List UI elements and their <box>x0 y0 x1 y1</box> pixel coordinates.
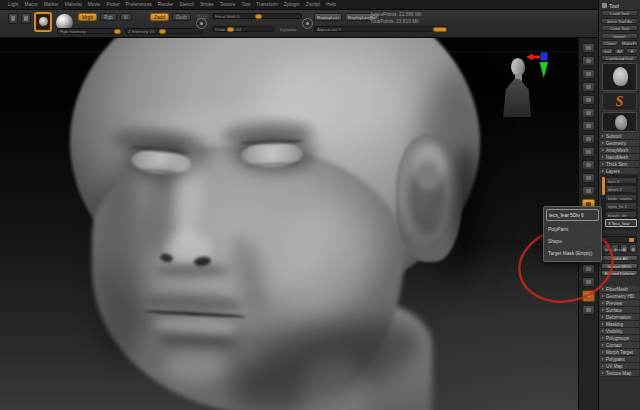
layers-action-button[interactable]: Bake All <box>601 255 638 261</box>
tool-subpalette[interactable]: Geometry <box>600 140 639 147</box>
tool-subpalette[interactable]: Surface <box>600 307 639 314</box>
layers-action-button[interactable]: Record Deform <box>601 270 638 276</box>
layer-item[interactable]: mouth_de <box>605 211 637 219</box>
menu-item[interactable]: Stroke <box>200 2 214 7</box>
context-menu-item[interactable]: Shape <box>546 235 599 247</box>
tool-subpalette[interactable]: Polygroups <box>600 335 639 342</box>
dynamic-button[interactable]: Dynamic <box>280 27 297 32</box>
recent-tool-thumbnail[interactable] <box>602 112 637 132</box>
tool-button[interactable]: R <box>626 48 638 54</box>
lsym-icon[interactable] <box>582 147 595 157</box>
menu-item[interactable]: Zscript <box>306 2 320 7</box>
layer-item[interactable]: body_seams <box>605 194 637 202</box>
simplebrush-thumbnail[interactable]: S <box>602 92 637 111</box>
menu-item[interactable]: Light <box>8 2 18 7</box>
stroke-group-icon[interactable] <box>302 18 313 29</box>
tool-button[interactable]: Import <box>601 33 638 39</box>
pen-icon[interactable] <box>8 13 18 24</box>
focal-shift-knob[interactable] <box>255 14 262 19</box>
tool-button[interactable]: Copy Tool <box>601 25 638 31</box>
layer-item[interactable]: detail 3 <box>605 185 637 193</box>
replay-button[interactable]: ReplayLast <box>314 13 342 21</box>
menu-item[interactable]: Tool <box>241 2 250 7</box>
menu-item[interactable]: Stencil <box>179 2 193 7</box>
tool-subpalette-layers[interactable]: Layers <box>600 168 639 175</box>
tool-button[interactable]: All <box>614 48 626 54</box>
focal-shift-slider[interactable]: Focal Shift 0 <box>212 13 302 19</box>
menu-item[interactable]: Macro <box>24 2 37 7</box>
paint-mode-button[interactable]: Mrgb <box>78 13 97 21</box>
rgb-intensity-slider[interactable]: Rgb Intensity <box>57 28 121 34</box>
menu-item[interactable]: Marker <box>44 2 59 7</box>
draw-size-slider[interactable]: Draw Size 64 <box>212 26 274 32</box>
color-swatch[interactable] <box>582 290 595 302</box>
adjust-last-knob[interactable] <box>433 27 447 32</box>
tool-button[interactable]: Save Tool As <box>601 18 638 24</box>
document-icon[interactable] <box>21 13 31 24</box>
layer-mini-button[interactable]: ◉ <box>629 244 637 253</box>
canvas-viewport[interactable] <box>0 38 578 410</box>
context-menu-item[interactable]: PolyPaint <box>546 223 599 235</box>
tool-subpalette[interactable]: Preview <box>600 300 639 307</box>
persp-icon[interactable] <box>582 108 595 118</box>
adjust-last-slider[interactable]: AdjustLast 1 <box>314 26 448 32</box>
tool-subpalette[interactable]: FiberMesh <box>600 286 639 293</box>
menu-item[interactable]: Movie <box>88 2 101 7</box>
menu-item[interactable]: Picker <box>107 2 120 7</box>
tool-subpalette[interactable]: Subtool <box>600 133 639 140</box>
tool-subpalette[interactable]: Thick Skin <box>600 161 639 168</box>
menu-item[interactable]: Render <box>158 2 174 7</box>
tool-subpalette[interactable]: Visibility <box>600 328 639 335</box>
tool-subpalette[interactable]: Deformation <box>600 314 639 321</box>
tool-subpalette[interactable]: UV Map <box>600 363 639 370</box>
menu-item[interactable]: Zplugin <box>284 2 300 7</box>
tool-button[interactable]: Load Tool <box>601 10 638 16</box>
tool-subpalette[interactable]: Morph Target <box>600 349 639 356</box>
tool-subpalette[interactable]: Polypaint <box>600 356 639 363</box>
layer-item[interactable]: face 3 <box>605 177 637 185</box>
gradient-icon[interactable] <box>582 305 595 315</box>
sculpt-mode-button[interactable]: Zadd <box>150 13 169 21</box>
menu-item[interactable]: Material <box>65 2 82 7</box>
rgb-intensity-knob[interactable] <box>114 29 121 34</box>
paint-mode-button[interactable]: Rgb <box>100 13 117 21</box>
context-menu-item[interactable]: Target Mask (Empty) <box>546 247 599 259</box>
transp-icon[interactable] <box>582 160 595 170</box>
tool-subpalette[interactable]: Masking <box>600 321 639 328</box>
paint-mode-button[interactable]: M <box>120 13 132 21</box>
layer-item[interactable]: 3 Tecs_fear <box>605 219 637 227</box>
tool-subpalette[interactable]: Texture Map <box>600 370 639 377</box>
tool-button[interactable]: MakePolyMesh3D <box>620 40 638 46</box>
tool-subpalette[interactable]: Contact <box>600 342 639 349</box>
active-tool-thumbnail[interactable] <box>602 63 637 91</box>
menu-item[interactable]: Help <box>326 2 336 7</box>
aahalf-icon[interactable] <box>582 95 595 105</box>
lightbox-tool-button[interactable]: Lightbox▸Tool <box>601 55 638 61</box>
bpr-icon[interactable] <box>582 43 595 53</box>
ghost-icon[interactable] <box>582 173 595 183</box>
actual-icon[interactable] <box>582 82 595 92</box>
tool-button[interactable]: Clone <box>601 40 619 46</box>
draw-size-knob[interactable] <box>227 27 234 32</box>
tool-subpalette[interactable]: ArrayMesh <box>600 147 639 154</box>
floor-icon[interactable] <box>582 121 595 131</box>
local-icon[interactable] <box>582 134 595 144</box>
z-intensity-knob[interactable] <box>159 29 166 34</box>
layer-item[interactable]: eyes_fix 1 <box>605 202 637 210</box>
seethrough-icon[interactable] <box>582 277 595 287</box>
solo-icon[interactable] <box>582 186 595 196</box>
tool-subpalette[interactable]: Geometry HD <box>600 293 639 300</box>
layer-slider-knob[interactable] <box>629 238 634 242</box>
layers-scrollbar[interactable] <box>602 177 605 195</box>
sculpt-mode-button[interactable]: Zsub <box>172 13 191 21</box>
axis-gizmo-icon[interactable] <box>526 52 548 80</box>
focal-group-icon[interactable] <box>196 18 207 29</box>
layer-intensity-slider[interactable]: tecs_fear 5 <box>602 236 637 243</box>
z-intensity-slider[interactable]: Z Intensity 25 <box>125 28 203 34</box>
markers-icon[interactable] <box>582 264 595 274</box>
zoom-icon[interactable] <box>582 69 595 79</box>
tool-subpalette[interactable]: NanoMesh <box>600 154 639 161</box>
menu-item[interactable]: Preferences <box>126 2 152 7</box>
menu-item[interactable]: Texture <box>220 2 236 7</box>
brush-thumbnail[interactable] <box>34 12 52 32</box>
